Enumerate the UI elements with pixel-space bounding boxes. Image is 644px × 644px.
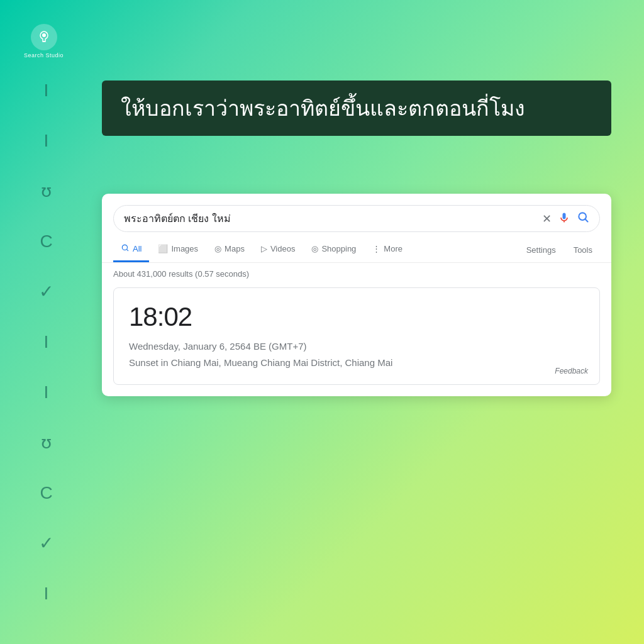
results-info: About 431,000 results (0.57 seconds) xyxy=(102,263,611,282)
tab-maps[interactable]: ◎ Maps xyxy=(207,238,252,262)
result-date-line1: Wednesday, January 6, 2564 BE (GMT+7) Su… xyxy=(129,338,584,370)
tab-videos[interactable]: ▷ Videos xyxy=(253,238,303,262)
tab-all-label: All xyxy=(133,244,142,253)
svg-point-0 xyxy=(42,33,46,37)
logo-text: Search Studio xyxy=(24,52,64,58)
tab-videos-label: Videos xyxy=(270,244,296,253)
tab-settings[interactable]: Settings xyxy=(519,239,564,261)
tab-all[interactable]: All xyxy=(113,237,149,262)
tab-maps-label: Maps xyxy=(225,244,245,253)
sunset-time: 18:02 xyxy=(129,302,584,332)
search-card: พระอาทิตย์ตก เชียง ใหม่ ✕ xyxy=(102,194,611,396)
tab-shopping[interactable]: ◎ Shopping xyxy=(304,238,364,262)
tab-shopping-label: Shopping xyxy=(321,244,356,253)
search-tabs: All ⬜ Images ◎ Maps ▷ Videos ◎ Shopping … xyxy=(102,232,611,263)
tab-more[interactable]: ⋮ More xyxy=(365,238,410,262)
feedback-link[interactable]: Feedback xyxy=(555,367,588,375)
tab-tools[interactable]: Tools xyxy=(566,239,600,261)
side-decoration: I I ʊ C ✓ I I ʊ C ✓ I xyxy=(39,82,53,602)
logo-area: Search Studio xyxy=(24,24,64,58)
result-card: 18:02 Wednesday, January 6, 2564 BE (GMT… xyxy=(113,287,600,385)
background: Search Studio I I ʊ C ✓ I I ʊ C ✓ I ให้บ… xyxy=(0,0,644,644)
svg-line-3 xyxy=(585,219,587,221)
side-char-6: I xyxy=(44,333,49,351)
logo-icon xyxy=(31,24,57,50)
svg-line-5 xyxy=(126,249,128,250)
tab-images[interactable]: ⬜ Images xyxy=(150,238,206,262)
search-bar-container: พระอาทิตย์ตก เชียง ใหม่ ✕ xyxy=(102,194,611,232)
side-char-3: ʊ xyxy=(41,182,52,200)
side-char-1: I xyxy=(44,82,49,99)
tab-right-area: Settings Tools xyxy=(519,239,600,261)
date-text-1: Wednesday, January 6, 2564 BE (GMT+7) xyxy=(129,341,307,352)
all-tab-icon xyxy=(121,243,130,254)
google-search-icon[interactable] xyxy=(577,211,589,226)
side-char-2: I xyxy=(44,132,49,150)
search-bar: พระอาทิตย์ตก เชียง ใหม่ ✕ xyxy=(113,205,600,232)
images-tab-icon: ⬜ xyxy=(158,244,168,253)
tab-more-label: More xyxy=(384,244,402,253)
search-query-text: พระอาทิตย์ตก เชียง ใหม่ xyxy=(124,211,536,226)
maps-tab-icon: ◎ xyxy=(214,244,221,253)
shopping-tab-icon: ◎ xyxy=(311,244,318,253)
more-tab-icon: ⋮ xyxy=(372,244,380,253)
side-char-7: I xyxy=(44,384,49,401)
side-char-4: C xyxy=(40,233,52,250)
heading-text: ให้บอกเราว่าพระอาทิตย์ขึ้นและตกตอนกี่โมง xyxy=(121,94,592,122)
side-char-11: I xyxy=(44,585,49,602)
mic-icon[interactable] xyxy=(558,211,570,226)
clear-icon[interactable]: ✕ xyxy=(542,212,552,226)
side-char-5: ✓ xyxy=(39,283,53,301)
side-char-9: C xyxy=(40,484,52,502)
side-char-8: ʊ xyxy=(41,434,52,452)
tab-images-label: Images xyxy=(171,244,198,253)
date-text-2: Sunset in Chiang Mai, Mueang Chiang Mai … xyxy=(129,357,392,368)
heading-banner: ให้บอกเราว่าพระอาทิตย์ขึ้นและตกตอนกี่โมง xyxy=(102,80,611,136)
side-char-10: ✓ xyxy=(39,535,53,552)
videos-tab-icon: ▷ xyxy=(261,244,267,253)
